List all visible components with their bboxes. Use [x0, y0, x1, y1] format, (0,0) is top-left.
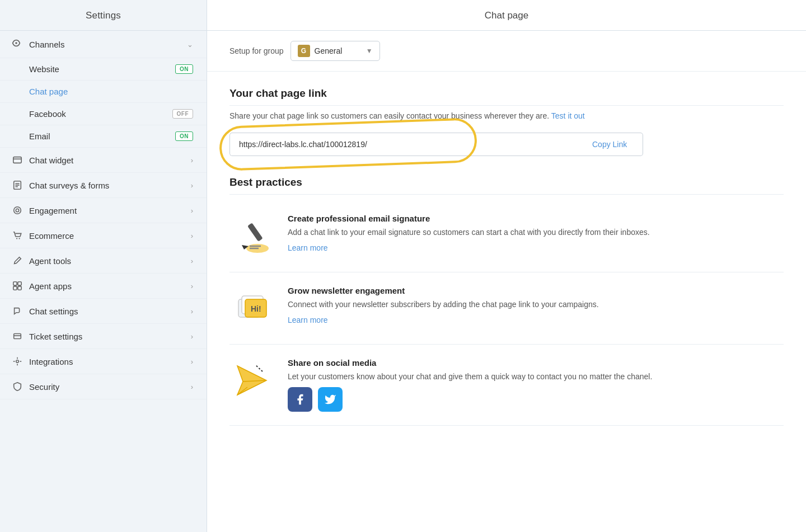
sidebar-title: Settings	[0, 0, 207, 31]
best-practices-section: Best practices Create professional email…	[229, 176, 784, 426]
email-label: Email	[29, 131, 175, 141]
svg-point-0	[15, 42, 17, 44]
chat-settings-icon	[11, 306, 24, 316]
sidebar: Settings Channels ⌄ Website ON Chat page…	[0, 0, 207, 532]
ticket-settings-icon	[11, 331, 24, 341]
chat-settings-label: Chat settings	[29, 307, 191, 316]
agent-apps-label: Agent apps	[29, 281, 191, 291]
group-name: General	[315, 46, 362, 55]
facebook-share-button[interactable]	[288, 387, 312, 412]
security-label: Security	[29, 382, 191, 392]
chat-page-link-section: Your chat page link Share your chat page…	[229, 87, 784, 156]
svg-rect-15	[14, 334, 21, 339]
link-input-row: Copy Link	[229, 133, 784, 156]
chat-page-url-input[interactable]	[229, 133, 577, 156]
practice-newsletter-content: Grow newsletter engagement Connect with …	[288, 286, 784, 325]
main-title: Chat page	[207, 0, 806, 31]
website-label: Website	[29, 64, 175, 74]
channels-icon	[11, 38, 24, 50]
ecommerce-label: Ecommerce	[29, 231, 191, 241]
sidebar-item-surveys[interactable]: Chat surveys & forms ›	[0, 173, 207, 198]
channels-chevron-icon: ⌄	[187, 40, 193, 49]
ticket-settings-label: Ticket settings	[29, 332, 191, 341]
chat-page-link-desc: Share your chat page link so customers c…	[229, 111, 784, 120]
chat-page-label: Chat page	[29, 87, 193, 96]
sidebar-item-chat-settings[interactable]: Chat settings ›	[0, 299, 207, 324]
website-badge: ON	[175, 64, 193, 74]
svg-point-16	[16, 360, 19, 363]
main-body: Your chat page link Share your chat page…	[207, 72, 806, 448]
setup-group-label: Setup for group	[229, 46, 284, 55]
svg-text:Hi!: Hi!	[251, 304, 261, 313]
ticket-settings-chevron: ›	[191, 332, 193, 341]
svg-rect-1	[13, 157, 21, 163]
sidebar-item-security[interactable]: Security ›	[0, 374, 207, 399]
svg-rect-13	[13, 286, 17, 290]
engagement-label: Engagement	[29, 206, 191, 215]
sidebar-item-ecommerce[interactable]: Ecommerce ›	[0, 223, 207, 248]
security-icon	[11, 382, 24, 392]
agent-apps-icon	[11, 281, 24, 291]
security-chevron: ›	[191, 383, 193, 391]
surveys-label: Chat surveys & forms	[29, 181, 191, 190]
svg-rect-14	[18, 286, 21, 290]
agent-apps-chevron: ›	[191, 282, 193, 290]
engagement-chevron: ›	[191, 206, 193, 215]
sidebar-item-facebook[interactable]: Facebook OFF	[0, 103, 207, 125]
copy-link-button[interactable]: Copy Link	[577, 133, 643, 156]
practice-item-social: Share on social media Let your customers…	[229, 345, 784, 426]
svg-line-33	[255, 365, 263, 371]
integrations-chevron: ›	[191, 357, 193, 366]
agent-tools-label: Agent tools	[29, 256, 191, 266]
integrations-label: Integrations	[29, 357, 191, 366]
best-practices-title: Best practices	[229, 176, 784, 195]
social-buttons-row	[288, 387, 784, 412]
group-chevron-icon: ▼	[366, 47, 373, 55]
sidebar-item-chat-page[interactable]: Chat page	[0, 81, 207, 103]
twitter-share-button[interactable]	[318, 387, 343, 412]
practice-item-email-sig: Create professional email signature Add …	[229, 200, 784, 272]
sidebar-item-channels[interactable]: Channels ⌄	[0, 31, 207, 58]
chat-widget-icon	[11, 155, 24, 165]
integrations-icon	[11, 356, 24, 366]
practice-email-sig-content: Create professional email signature Add …	[288, 214, 784, 253]
sidebar-item-agent-apps[interactable]: Agent apps ›	[0, 274, 207, 299]
newsletter-icon: Hi!	[229, 286, 274, 331]
sidebar-item-website[interactable]: Website ON	[0, 58, 207, 81]
channels-label: Channels	[29, 40, 187, 49]
svg-point-9	[16, 238, 17, 239]
svg-rect-12	[18, 282, 21, 285]
group-avatar: G	[298, 45, 310, 57]
email-sig-learn-more[interactable]: Learn more	[288, 243, 328, 252]
svg-point-8	[16, 209, 18, 211]
ecommerce-chevron: ›	[191, 232, 193, 240]
newsletter-learn-more[interactable]: Learn more	[288, 316, 328, 324]
facebook-label: Facebook	[29, 109, 172, 119]
agent-tools-icon	[11, 256, 24, 266]
chat-settings-chevron: ›	[191, 307, 193, 316]
social-media-icon	[229, 358, 274, 403]
sidebar-item-ticket-settings[interactable]: Ticket settings ›	[0, 324, 207, 349]
chat-widget-label: Chat widget	[29, 156, 191, 165]
sidebar-item-integrations[interactable]: Integrations ›	[0, 349, 207, 374]
group-select[interactable]: G General ▼	[290, 41, 380, 61]
social-title: Share on social media	[288, 358, 784, 368]
practice-social-content: Share on social media Let your customers…	[288, 358, 784, 412]
engagement-icon	[11, 205, 24, 215]
email-signature-icon	[229, 214, 274, 258]
facebook-badge: OFF	[172, 109, 194, 119]
test-it-out-link[interactable]: Test it out	[551, 111, 585, 120]
newsletter-desc: Connect with your newsletter subscribers…	[288, 299, 784, 310]
main-content: Chat page Setup for group G General ▼ Yo…	[207, 0, 806, 532]
sidebar-item-agent-tools[interactable]: Agent tools ›	[0, 248, 207, 274]
svg-rect-22	[247, 223, 263, 242]
email-sig-title: Create professional email signature	[288, 214, 784, 223]
sidebar-item-email[interactable]: Email ON	[0, 125, 207, 148]
agent-tools-chevron: ›	[191, 257, 193, 265]
chat-widget-chevron: ›	[191, 156, 193, 164]
email-badge: ON	[175, 131, 193, 141]
sidebar-item-chat-widget[interactable]: Chat widget ›	[0, 148, 207, 173]
svg-point-10	[19, 238, 20, 239]
sidebar-item-engagement[interactable]: Engagement ›	[0, 198, 207, 223]
practice-item-newsletter: Hi! Grow newsletter engagement Connect w…	[229, 272, 784, 345]
